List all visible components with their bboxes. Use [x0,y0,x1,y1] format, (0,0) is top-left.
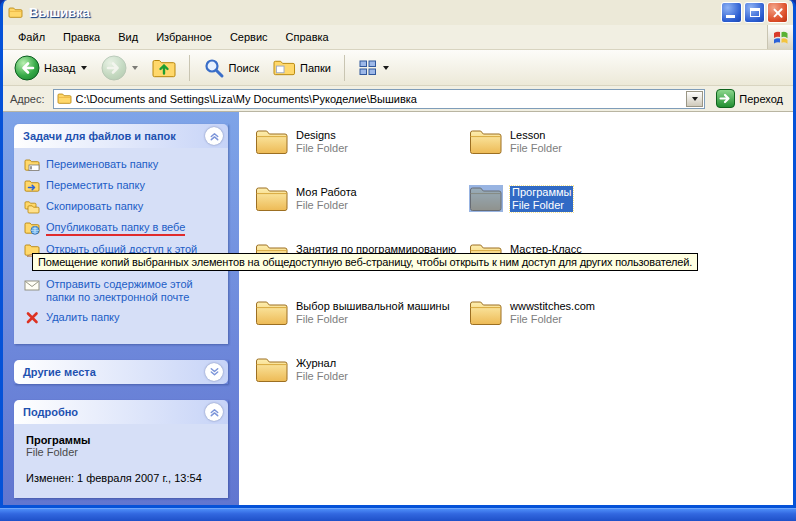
email-icon [24,278,40,292]
details-name: Программы [26,434,218,446]
file-item[interactable]: Моя Работа File Folder [255,185,357,242]
details-type: File Folder [26,446,218,458]
views-button[interactable] [353,55,394,81]
sidebar-task[interactable]: Переименовать папку [24,158,222,172]
file-name: Журнал [296,357,348,370]
folder-icon [469,299,503,326]
menu-item[interactable]: Вид [109,25,147,49]
forward-dropdown-icon [132,66,138,70]
panel-header-other-places[interactable]: Другие места [14,360,228,384]
toolbar-separator [344,55,345,81]
file-labels: Моя Работа File Folder [296,186,357,212]
windows-logo-icon [767,25,793,49]
file-type: File Folder [510,199,573,212]
details-body: Программы File Folder Изменен: 1 февраля… [14,424,228,498]
go-label: Переход [739,93,783,105]
file-labels: Программы File Folder [510,186,573,212]
address-input[interactable]: C:\Documents and Settings\Liza\My Docume… [53,89,706,109]
publish-icon [24,221,40,235]
chevron-up-icon[interactable] [205,403,223,421]
address-folder-icon [57,92,72,105]
file-item[interactable]: Designs File Folder [255,128,348,185]
file-item[interactable]: Выбор вышивальной машины File Folder [255,299,450,356]
minimize-icon [726,15,735,18]
file-name: Lesson [510,129,562,142]
minimize-button[interactable] [721,2,742,23]
sidebar-task[interactable]: Удалить папку [24,311,222,325]
up-button[interactable] [147,54,181,82]
task-label: Скопировать папку [46,200,143,213]
panel-header-file-tasks[interactable]: Задачи для файлов и папок [14,124,228,148]
panel-header-details[interactable]: Подробно [14,400,228,424]
search-button[interactable]: Поиск [198,54,264,82]
chevron-down-icon[interactable] [205,363,223,381]
back-label: Назад [44,62,76,74]
address-dropdown-button[interactable] [686,91,703,107]
delete-icon [24,311,40,325]
menu-item[interactable]: Правка [54,25,109,49]
file-type: File Folder [296,370,348,383]
address-label: Адрес: [8,93,47,105]
go-button[interactable]: Переход [711,89,788,108]
views-icon [358,58,378,78]
panel-body-file-tasks: Переименовать папку Переместить папку Ск… [14,148,228,344]
task-label: Удалить папку [46,311,120,324]
move-icon [24,179,40,193]
tooltip: Помещение копий выбранных элементов на о… [32,253,698,271]
file-item[interactable]: Программы File Folder [469,185,573,242]
folders-button[interactable]: Папки [268,54,336,81]
panel-details: Подробно Программы File Folder Изменен: … [14,400,228,498]
chevron-up-icon[interactable] [205,127,223,145]
window-title: Вышивка [29,5,716,20]
details-modified: Изменен: 1 февраля 2007 г., 13:54 [26,472,218,484]
close-icon [772,7,784,19]
file-name: wwwstitches.com [510,300,595,313]
address-bar: Адрес: C:\Documents and Settings\Liza\My… [3,86,793,112]
file-labels: Designs File Folder [296,129,348,155]
file-labels: wwwstitches.com File Folder [510,300,595,326]
folder-icon [255,128,289,155]
maximize-icon [750,8,760,17]
panel-title: Задачи для файлов и папок [23,130,176,142]
sidebar-task[interactable]: Скопировать папку [24,200,222,214]
titlebar[interactable]: Вышивка [3,0,793,25]
search-icon [203,57,225,79]
menu-item[interactable]: Избранное [147,25,221,49]
close-button[interactable] [767,2,788,23]
file-item[interactable]: Lesson File Folder [469,128,562,185]
forward-icon [101,55,127,81]
up-folder-icon [152,57,176,79]
task-label: Переместить папку [46,179,145,192]
maximize-button[interactable] [744,2,765,23]
forward-button[interactable] [96,52,143,84]
file-item[interactable]: wwwstitches.com File Folder [469,299,595,356]
views-dropdown-icon [383,66,389,70]
rename-icon [24,158,40,172]
folders-label: Папки [300,62,331,74]
sidebar-task[interactable]: Опубликовать папку в вебе [24,221,222,236]
toolbar-separator [189,55,190,81]
menu-item[interactable]: Сервис [221,25,277,49]
file-list: Designs File Folder Lesson File Folder [239,112,793,505]
panel-file-tasks: Задачи для файлов и папок Переименовать … [14,124,228,344]
taskbar [0,508,796,521]
menu-item[interactable]: Файл [9,25,54,49]
file-type: File Folder [510,142,562,155]
toolbar: Назад Поиск Папки [3,50,793,86]
window-body: Задачи для файлов и папок Переименовать … [3,112,793,505]
folder-icon [469,185,503,212]
panel-title: Подробно [23,406,78,418]
file-labels: Журнал File Folder [296,357,348,383]
file-name: Designs [296,129,348,142]
folder-icon [255,356,289,383]
folders-icon [273,57,296,78]
back-dropdown-icon[interactable] [81,66,87,70]
file-name: Моя Работа [296,186,357,199]
sidebar-task[interactable]: Отправить содержимое этой папки по элект… [24,278,222,304]
file-item[interactable]: Журнал File Folder [255,356,348,413]
menubar: Файл Правка Вид Избранное Сервис Справка [3,25,793,50]
file-name: Программы [510,186,573,199]
menu-item[interactable]: Справка [277,25,338,49]
back-button[interactable]: Назад [9,52,92,84]
sidebar-task[interactable]: Переместить папку [24,179,222,193]
